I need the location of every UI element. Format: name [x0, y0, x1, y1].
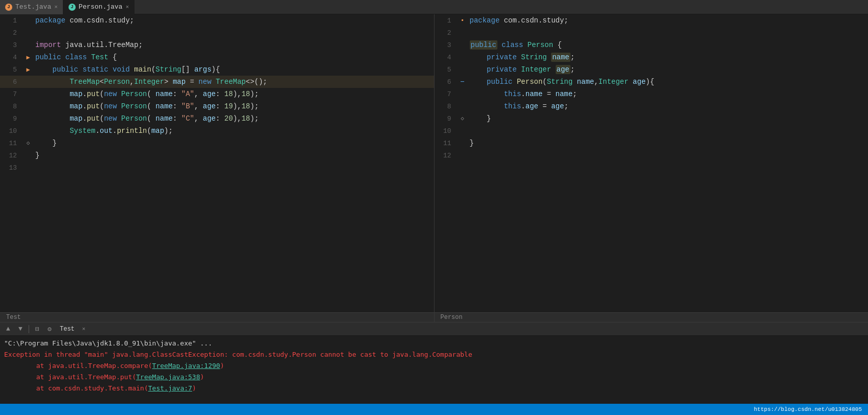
- table-row: 1 ▪ package com.csdn.study;: [435, 14, 869, 27]
- list-item: at java.util.TreeMap.put(TreeMap.java:53…: [4, 372, 864, 383]
- person-java-icon: J: [68, 4, 76, 11]
- list-item: "C:\Program Files\Java\jdk1.8.0_91\bin\j…: [4, 338, 864, 349]
- table-row: 4 private String name;: [435, 51, 869, 63]
- test-java-tab-label: Test.java: [15, 3, 51, 11]
- left-editor-content[interactable]: 1 package com.csdn.study; 2 3 imp: [0, 14, 434, 312]
- test-java-icon: J: [5, 4, 12, 11]
- table-row: 8 map.put(new Person( name: "B", age: 19…: [0, 100, 434, 112]
- bottom-run-bar: ▲ ▼ ⊟ ⚙ Test ×: [0, 322, 868, 336]
- collapse-method-icon[interactable]: –: [460, 77, 465, 86]
- table-row: 7 this.name = name;: [435, 88, 869, 100]
- close-run-tab-btn[interactable]: ×: [80, 325, 88, 333]
- bottom-panel: ▲ ▼ ⊟ ⚙ Test × "C:\Program Files\Java\jd…: [0, 322, 868, 404]
- table-row: 1 package com.csdn.study;: [0, 14, 434, 27]
- status-url: https://blog.csdn.net/u013824805: [754, 406, 862, 412]
- table-row: 2: [0, 27, 434, 39]
- scroll-down-btn[interactable]: ▼: [16, 325, 25, 333]
- table-row: 5 ▶ public static void main(String[] arg…: [0, 63, 434, 76]
- test-main-link[interactable]: Test.java:7: [148, 384, 192, 392]
- run-tab-label: Test: [60, 326, 75, 333]
- list-item: Exception in thread "main" java.lang.Cla…: [4, 349, 864, 360]
- collapse-icon: ◇: [27, 140, 30, 146]
- person-java-tab-label: Person.java: [79, 3, 123, 11]
- table-row: 9 ◇ }: [435, 112, 869, 125]
- console-output: "C:\Program Files\Java\jdk1.8.0_91\bin\j…: [0, 336, 868, 404]
- table-row: 12 }: [0, 149, 434, 162]
- table-row: 6 TreeMap<Person,Integer> map = new Tree…: [0, 76, 434, 88]
- table-row: 13: [0, 162, 434, 174]
- filter-btn[interactable]: ⊟: [33, 325, 41, 333]
- table-row: 3 public class Person {: [435, 39, 869, 51]
- main-tab-bar: J Test.java × J Person.java ×: [0, 0, 868, 14]
- table-row: 10: [435, 125, 869, 137]
- right-editor-content[interactable]: 1 ▪ package com.csdn.study; 2 3 pu: [435, 14, 869, 312]
- left-code-area: 1 package com.csdn.study; 2 3 imp: [0, 14, 434, 179]
- treemap-put-link[interactable]: TreeMap.java:538: [136, 373, 200, 381]
- table-row: 10 System.out.println(map);: [0, 125, 434, 137]
- scroll-up-btn[interactable]: ▲: [4, 325, 12, 333]
- table-row: 8 this.age = age;: [435, 100, 869, 112]
- left-pane-label: Test: [0, 312, 435, 322]
- tab-test-java[interactable]: J Test.java ×: [0, 0, 63, 14]
- test-java-close[interactable]: ×: [54, 4, 58, 10]
- list-item: at java.util.TreeMap.compare(TreeMap.jav…: [4, 360, 864, 372]
- collapse-icon: ◇: [461, 116, 464, 122]
- bookmark-icon: ▪: [461, 17, 464, 24]
- table-row: 3 import java.util.TreeMap;: [0, 39, 434, 51]
- list-item: at com.csdn.study.Test.main(Test.java:7): [4, 383, 864, 394]
- table-row: 11 ◇ }: [0, 137, 434, 149]
- settings-btn[interactable]: ⚙: [45, 325, 54, 333]
- status-bar: https://blog.csdn.net/u013824805: [0, 404, 868, 415]
- treemap-compare-link[interactable]: TreeMap.java:1290: [152, 362, 220, 370]
- run-arrow-icon: ▶: [26, 54, 30, 61]
- person-java-close[interactable]: ×: [126, 4, 129, 10]
- run-arrow-icon: ▶: [26, 66, 30, 74]
- editors-container: 1 package com.csdn.study; 2 3 imp: [0, 14, 868, 312]
- left-editor-pane: 1 package com.csdn.study; 2 3 imp: [0, 14, 435, 312]
- table-row: 5 private Integer age;: [435, 63, 869, 76]
- table-row: 4 ▶ public class Test {: [0, 51, 434, 63]
- table-row: 7 map.put(new Person( name: "A", age: 18…: [0, 88, 434, 100]
- tab-person-java[interactable]: J Person.java ×: [63, 0, 134, 14]
- right-editor-pane: 1 ▪ package com.csdn.study; 2 3 pu: [435, 14, 869, 312]
- right-pane-label: Person: [435, 312, 869, 322]
- table-row: 12: [435, 149, 869, 162]
- table-row: 2: [435, 27, 869, 39]
- table-row: 11 }: [435, 137, 869, 149]
- table-row: 9 map.put(new Person( name: "C", age: 20…: [0, 112, 434, 125]
- editor-pane-labels: Test Person: [0, 312, 868, 322]
- table-row: 6 – public Person(String name,Integer ag…: [435, 76, 869, 88]
- right-code-area: 1 ▪ package com.csdn.study; 2 3 pu: [435, 14, 869, 167]
- divider: [29, 325, 29, 333]
